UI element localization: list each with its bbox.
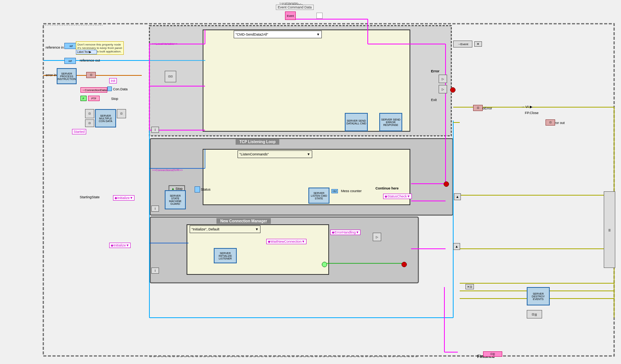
stop-label: Stop — [111, 97, 118, 101]
mess-counter-label: Mess counter — [341, 189, 362, 193]
svg-rect-1 — [149, 26, 451, 136]
server-listen-node: SERVER LISTEN CMD STATE — [308, 188, 329, 204]
case-number-top: i — [151, 127, 159, 133]
server-process-node: SERVER PROCESS INSTRUCTION — [57, 68, 77, 84]
case-num-ncm: i — [151, 268, 159, 274]
initialize-pink-label: ◆Initialize▼ — [113, 195, 134, 201]
case-num-tcp: i — [151, 206, 159, 212]
reference-out-node: ref — [64, 58, 76, 64]
right-border-nodes: ||| — [604, 191, 615, 268]
ncm-title-label: New Connection Manager — [216, 218, 271, 224]
continue-here-label: Continue here — [375, 186, 399, 190]
merge-ncm: ▷ — [373, 233, 381, 241]
error-stop-indicator — [450, 87, 456, 93]
error-in-cluster: ⊡ — [86, 72, 96, 78]
x-close-node-bottom: ✕⊡ — [465, 284, 474, 289]
server-multi-sub3: ⊡ — [117, 109, 126, 118]
server-destroy-node: SERVERDESTROYEVENTS — [527, 287, 550, 305]
server-send-error-node: SERVER SEND ERROR RESPONSE — [379, 113, 402, 131]
event-pink-box: Event — [285, 11, 296, 20]
event-x-button[interactable]: ✕ — [474, 41, 482, 47]
event-cmd-data-label: Event Command Data — [276, 5, 314, 10]
i32-label: I32 — [331, 189, 338, 193]
tcp-loop-title: TCP Listening Loop — [236, 139, 279, 145]
svg-rect-2 — [150, 139, 453, 215]
server-send-data-node: SERVER SEND DATA2ALL CMD — [345, 113, 368, 131]
error-handling-label: ◆ErrorHandling▼ — [330, 230, 360, 235]
connection-data-node: →ConnectionData — [80, 87, 107, 93]
server-multi-sub1: ⊡ — [85, 109, 94, 118]
small-node-top1: ⊡⊡ — [165, 71, 176, 82]
ptf-stop-node: PTF — [88, 96, 100, 101]
local-var-label: LocalVariable — [280, 2, 298, 5]
num-node-bottom: ⊡||| — [527, 310, 542, 318]
local-var-arrow-label: >>LocalVariable>> — [152, 42, 178, 46]
merge-errors-1: ▷ — [439, 75, 447, 83]
reference-out-label: reference out — [80, 59, 100, 62]
init-label: Init — [109, 78, 117, 83]
up-arrow-ncm: ▲ — [453, 243, 460, 250]
vi-label: → VI ▶ — [521, 105, 533, 109]
init-default-dropdown[interactable]: "Initialize", Default ▼ — [190, 225, 261, 233]
label-text-node: Label.Text▶ — [76, 50, 97, 54]
bottom-iter-left — [149, 356, 418, 360]
event-node-right: →Event — [453, 41, 472, 47]
error-out-cluster: ⊡ — [546, 119, 555, 126]
event-white-box — [316, 13, 323, 19]
canvas: LocalVariable Event Command Data Event L… — [0, 0, 621, 364]
initialize-ncm-label: ◆Initialize▼ — [109, 243, 131, 248]
wait-new-conn-label: ◆WaitNewConnection▼ — [266, 239, 306, 244]
listen-commands-dropdown[interactable]: "ListenCommands" ▼ — [238, 150, 312, 158]
server-multi-sub2: ⊡ — [85, 119, 94, 127]
server-multiple-node: SERVER MULTIPLE CON DATA — [95, 109, 116, 127]
right-arrow-tcp: ▲ — [454, 193, 461, 200]
con-data-mini — [107, 87, 112, 91]
error-label-right: Error — [431, 69, 439, 73]
stop-bool-node: F — [80, 96, 87, 101]
left-border-top-deco: ▪▪▪▪▪▪▪▪▪▪▪▪▪▪▪▪▪▪▪▪▪▪▪▪▪▪▪▪▪▪▪▪▪▪▪ — [43, 24, 149, 28]
fp-close-label: FP.Close — [525, 111, 539, 115]
server-init-listener-node: SERVER INITIALIZE LISTENER — [214, 248, 237, 263]
started-label: Started — [72, 129, 86, 134]
status-check-label: ◆StatusCheck▼ — [383, 194, 412, 199]
reference-in-label: reference in — [46, 46, 64, 49]
cmd-dropdown[interactable]: "CMD-SendData2All" ▼ — [234, 31, 322, 38]
svg-rect-4 — [203, 30, 410, 131]
starting-state-label: StartingState — [80, 195, 100, 199]
con-data-label: Con.Data — [113, 87, 128, 91]
status-label-tcp: Status — [201, 188, 211, 191]
green-indicator-ncm — [322, 262, 327, 267]
merge-errors-2: ▷ — [439, 85, 447, 93]
status-node — [195, 186, 200, 193]
no-error-cluster: ⊡ — [473, 105, 483, 111]
connections-dvr-label: >>ConnectionsDVR>> — [152, 168, 183, 172]
server-state-node: SERVER STATE MACHINE GUARD — [165, 190, 186, 209]
finished-pink-line: ⊡||| — [483, 351, 502, 357]
red-indicator-tcp — [444, 181, 449, 187]
exit-label: Exit — [431, 98, 437, 102]
red-indicator-ncm — [401, 262, 407, 267]
